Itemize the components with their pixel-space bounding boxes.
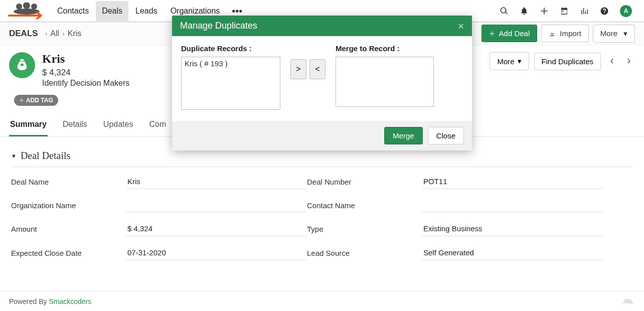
field-value[interactable]: POT11 (422, 174, 603, 189)
plus-icon (489, 31, 495, 37)
svg-point-6 (629, 299, 631, 301)
next-record-icon[interactable] (623, 55, 635, 67)
chevron-right-icon: › (62, 30, 65, 38)
field-label: Lead Source (307, 249, 422, 257)
detail-grid: Deal Name Kris Deal Number POT11 Organiz… (11, 174, 633, 260)
tab-details[interactable]: Details (62, 115, 88, 136)
move-right-button[interactable]: > (290, 59, 306, 79)
plus-icon[interactable] (540, 7, 549, 16)
record-title: Kris (42, 52, 129, 66)
more-button[interactable]: More ▾ (593, 25, 635, 43)
add-tag-button[interactable]: ADD TAG (14, 95, 58, 106)
svg-point-7 (624, 300, 632, 302)
record-more-button[interactable]: More ▾ (490, 52, 529, 70)
breadcrumb-module[interactable]: DEALS (9, 29, 38, 39)
modal-footer: Merge Close (172, 121, 472, 150)
duplicate-records-label: Duplicate Records : (181, 44, 280, 53)
chart-icon[interactable] (580, 7, 589, 16)
nav-leads[interactable]: Leads (129, 1, 164, 21)
add-deal-label: Add Deal (499, 29, 530, 38)
record-actions: More ▾ Find Duplicates (490, 52, 635, 70)
close-button[interactable]: Close (428, 127, 464, 144)
section-title-text: Deal Details (21, 150, 70, 162)
field-value[interactable]: Existing Business (422, 221, 603, 236)
powered-by-label: Powered By (9, 297, 47, 305)
merge-to-column: Merge to Record : (336, 44, 434, 107)
nav-more-icon[interactable]: ••• (227, 9, 247, 14)
tab-summary[interactable]: Summary (9, 115, 48, 136)
deal-details-section: ▼ Deal Details Deal Name Kris Deal Numbe… (0, 137, 644, 260)
field-label: Deal Number (307, 178, 422, 186)
add-tag-label: ADD TAG (26, 97, 53, 104)
vendor-link[interactable]: Smackcoders (49, 297, 91, 305)
merge-to-label: Merge to Record : (336, 44, 434, 53)
close-icon[interactable]: × (458, 21, 464, 31)
svg-point-4 (624, 299, 626, 301)
field-label: Contact Name (307, 201, 422, 210)
chevron-right-icon: › (45, 30, 48, 38)
bell-icon[interactable] (520, 7, 529, 16)
field-label: Deal Name (11, 178, 126, 186)
section-title[interactable]: ▼ Deal Details (11, 150, 633, 162)
record-amount: $ 4,324 (42, 68, 129, 78)
breadcrumb-all[interactable]: All (50, 29, 59, 38)
move-buttons: > < (290, 59, 326, 79)
svg-point-1 (23, 3, 30, 9)
svg-point-3 (14, 9, 40, 15)
field-value[interactable]: $ 4,324 (126, 221, 307, 236)
add-deal-button[interactable]: Add Deal (481, 25, 538, 42)
field-value[interactable] (126, 198, 307, 212)
field-value[interactable]: Self Generated (422, 245, 603, 260)
app-logo[interactable] (5, 2, 48, 20)
download-icon (549, 30, 556, 37)
calendar-icon[interactable] (560, 7, 569, 16)
caret-down-icon: ▾ (623, 29, 627, 38)
caret-down-icon: ▼ (11, 153, 17, 159)
plus-icon (19, 98, 24, 103)
record-stage: Identify Decision Makers (42, 79, 129, 88)
tab-comments[interactable]: Com (148, 115, 167, 136)
field-label: Organization Name (11, 201, 126, 210)
merge-to-list[interactable] (336, 57, 434, 107)
list-item[interactable]: Kris ( # 193 ) (184, 58, 278, 69)
modal-title: Manage Duplicates (180, 21, 257, 31)
nav-contacts[interactable]: Contacts (51, 1, 95, 21)
tab-updates[interactable]: Updates (102, 115, 134, 136)
search-icon[interactable] (500, 7, 509, 16)
more-label: More (600, 29, 617, 38)
duplicate-records-column: Duplicate Records : Kris ( # 193 ) (181, 44, 280, 110)
top-icons: A (500, 5, 632, 17)
field-label: Expected Close Date (11, 249, 126, 257)
deal-icon (9, 52, 35, 78)
prev-record-icon[interactable] (606, 55, 618, 67)
footer: Powered By Smackcoders (0, 291, 644, 311)
field-value[interactable] (422, 198, 603, 212)
manage-duplicates-modal: Manage Duplicates × Duplicate Records : … (172, 16, 472, 150)
nav-deals[interactable]: Deals (96, 1, 128, 21)
breadcrumb-current: Kris (68, 29, 82, 38)
duplicate-records-list[interactable]: Kris ( # 193 ) (181, 57, 280, 110)
field-value[interactable]: Kris (126, 174, 307, 189)
caret-down-icon: ▾ (518, 57, 522, 66)
svg-point-5 (627, 298, 629, 301)
import-button[interactable]: Import (541, 25, 589, 42)
svg-point-2 (31, 4, 37, 10)
move-left-button[interactable]: < (309, 59, 326, 79)
find-duplicates-button[interactable]: Find Duplicates (534, 53, 601, 70)
user-avatar[interactable]: A (620, 5, 632, 17)
field-label: Amount (11, 225, 126, 233)
footer-logo-icon (621, 296, 635, 307)
field-label: Type (307, 225, 422, 233)
modal-header: Manage Duplicates × (172, 16, 472, 36)
field-value[interactable]: 07-31-2020 (126, 245, 307, 260)
help-icon[interactable] (600, 7, 609, 16)
record-more-label: More (497, 57, 514, 66)
import-label: Import (560, 29, 581, 38)
svg-point-0 (16, 4, 22, 10)
merge-button[interactable]: Merge (384, 127, 423, 144)
divider (11, 167, 633, 167)
